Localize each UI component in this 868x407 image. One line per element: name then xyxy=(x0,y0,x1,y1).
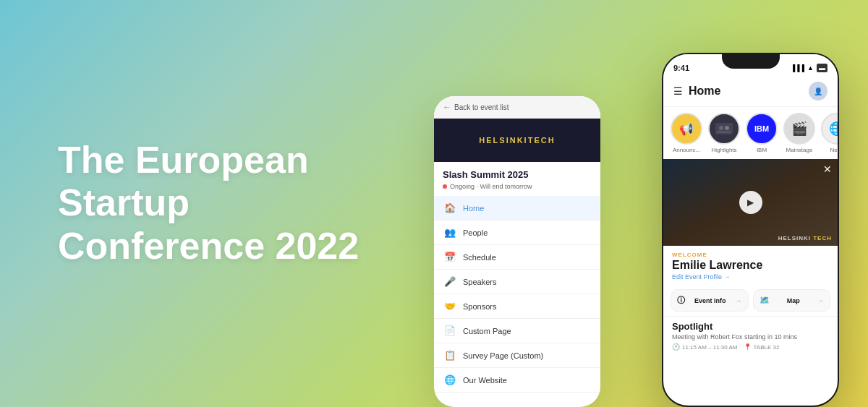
circle-item-mainstage[interactable]: 🎬 Mainstage xyxy=(783,113,815,153)
notch xyxy=(722,54,780,69)
menu-label-speakers: Speakers xyxy=(463,278,496,286)
spotlight-location: 📍 TABLE 32 xyxy=(744,343,780,351)
menu-item-schedule[interactable]: 📅 Schedule xyxy=(434,245,600,270)
spotlight-section: Spotlight Meeting with Robert Fox starti… xyxy=(663,316,838,354)
menu-item-custom-page[interactable]: 📄 Custom Page xyxy=(434,319,600,343)
phone-back-banner: HELSINKITECH xyxy=(434,119,600,162)
menu-item-people[interactable]: 👥 People xyxy=(434,220,600,245)
helsinki-logo: HELSINKITECH xyxy=(479,136,555,145)
menu-item-sponsors[interactable]: 🤝 Sponsors xyxy=(434,294,600,319)
welcome-section: WELCOME Emilie Lawrence Edit Event Profi… xyxy=(663,246,838,285)
edit-profile-link[interactable]: Edit Event Profile → xyxy=(672,273,829,280)
status-text: Ongoing · Will end tomorrow xyxy=(450,183,532,190)
menu-label-home: Home xyxy=(463,204,484,213)
spotlight-time: 🕐 11:15 AM – 11:30 AM xyxy=(672,343,738,351)
back-arrow-icon: ← xyxy=(443,102,451,112)
avatar[interactable]: 👤 xyxy=(809,82,827,100)
menu-item-survey[interactable]: 📋 Survey Page (Custom) xyxy=(434,343,600,368)
welcome-name: Emilie Lawrence xyxy=(672,258,829,272)
event-info-button[interactable]: ⓘ Event Info → xyxy=(671,289,749,312)
spotlight-title: Spotlight xyxy=(672,321,829,332)
status-time: 9:41 xyxy=(673,64,689,72)
phone-back-header: ← Back to event list xyxy=(434,96,600,119)
hero-section: The European Startup Conference 2022 xyxy=(58,139,405,268)
app-header: ☰ Home 👤 xyxy=(663,77,838,107)
menu-item-home[interactable]: 🏠 Home xyxy=(434,196,600,220)
circle-item-ibm[interactable]: IBM IBM xyxy=(746,113,778,153)
hamburger-icon[interactable]: ☰ xyxy=(673,85,683,97)
spotlight-meta: 🕐 11:15 AM – 11:30 AM 📍 TABLE 32 xyxy=(672,343,829,351)
header-left: ☰ Home xyxy=(673,85,720,98)
signal-icon: ▐▐▐ xyxy=(791,64,804,72)
circle-icon-highlights xyxy=(708,113,740,145)
svg-rect-3 xyxy=(717,131,731,133)
circle-label-network: Net... xyxy=(830,147,838,153)
svg-point-1 xyxy=(719,126,723,130)
circle-label-mainstage: Mainstage xyxy=(786,147,813,153)
map-button[interactable]: 🗺️ Map → xyxy=(753,289,831,312)
event-info-label: Event Info xyxy=(694,297,726,304)
home-icon: 🏠 xyxy=(444,202,456,213)
menu-label-custom-page: Custom Page xyxy=(463,327,511,335)
play-button[interactable]: ▶ xyxy=(739,191,762,214)
back-label: Back to event list xyxy=(454,103,509,111)
spotlight-location-text: TABLE 32 xyxy=(754,344,780,351)
highlights-photo-svg xyxy=(715,123,733,134)
menu-label-people: People xyxy=(463,228,488,237)
status-bar: 9:41 ▐▐▐ ▲ ▬ xyxy=(663,54,838,77)
circle-item-highlights[interactable]: Highlights xyxy=(708,113,740,153)
location-icon: 📍 xyxy=(744,343,752,351)
circle-item-announcements[interactable]: 📢 Announc... xyxy=(671,113,702,153)
phone-back: ← Back to event list HELSINKITECH Slash … xyxy=(434,96,600,407)
website-icon: 🌐 xyxy=(444,374,456,385)
close-button[interactable]: ✕ xyxy=(823,163,832,175)
quick-links: ⓘ Event Info → 🗺️ Map → xyxy=(663,285,838,316)
circle-icon-announcements: 📢 xyxy=(671,113,702,145)
home-screen-title: Home xyxy=(689,85,720,98)
logo-main: HELSINKI xyxy=(479,136,527,145)
people-icon: 👥 xyxy=(444,227,456,238)
speakers-icon: 🎤 xyxy=(444,276,456,287)
menu-label-schedule: Schedule xyxy=(463,253,496,262)
clock-icon: 🕐 xyxy=(672,343,680,351)
survey-icon: 📋 xyxy=(444,350,456,361)
welcome-label: WELCOME xyxy=(672,252,829,258)
phones-container: ← Back to event list HELSINKITECH Slash … xyxy=(434,14,839,407)
status-icons: ▐▐▐ ▲ ▬ xyxy=(791,64,827,72)
video-brand: HELSINKI TECH xyxy=(778,235,832,241)
phone-front: 9:41 ▐▐▐ ▲ ▬ ☰ Home 👤 📢 xyxy=(662,53,839,407)
edit-profile-text: Edit Event Profile → xyxy=(672,273,731,280)
battery-icon: ▬ xyxy=(817,64,827,72)
circle-label-announcements: Announc... xyxy=(673,147,700,153)
circle-label-ibm: IBM xyxy=(757,147,767,153)
svg-point-2 xyxy=(725,126,729,130)
circles-row: 📢 Announc... Highlights I xyxy=(663,107,838,159)
circle-icon-network: 🌐 xyxy=(821,113,838,145)
event-title: Slash Summit 2025 xyxy=(434,162,600,183)
menu-item-speakers[interactable]: 🎤 Speakers xyxy=(434,270,600,294)
map-label: Map xyxy=(787,297,800,304)
circle-label-highlights: Highlights xyxy=(711,147,736,153)
circle-icon-mainstage: 🎬 xyxy=(783,113,815,145)
video-thumbnail[interactable]: ▶ ✕ HELSINKI TECH xyxy=(663,159,838,246)
circle-icon-ibm: IBM xyxy=(746,113,778,145)
spotlight-description: Meeting with Robert Fox starting in 10 m… xyxy=(672,333,829,340)
event-status: Ongoing · Will end tomorrow xyxy=(434,183,600,196)
hero-title: The European Startup Conference 2022 xyxy=(58,139,405,268)
sponsors-icon: 🤝 xyxy=(444,301,456,312)
background: The European Startup Conference 2022 ← B… xyxy=(0,0,868,407)
menu-item-website[interactable]: 🌐 Our Website xyxy=(434,368,600,393)
custom-page-icon: 📄 xyxy=(444,325,456,336)
menu-label-sponsors: Sponsors xyxy=(463,302,496,311)
wifi-icon: ▲ xyxy=(807,64,814,72)
map-icon: 🗺️ xyxy=(760,296,770,305)
circle-item-network[interactable]: 🌐 Net... xyxy=(821,113,838,153)
logo-accent: TECH xyxy=(528,136,556,145)
video-brand-accent: TECH xyxy=(811,235,832,241)
spotlight-time-text: 11:15 AM – 11:30 AM xyxy=(682,344,738,351)
phone-back-menu: 🏠 Home 👥 People 📅 Schedule 🎤 Speakers 🤝 xyxy=(434,196,600,407)
status-dot-icon xyxy=(443,184,447,189)
menu-label-survey: Survey Page (Custom) xyxy=(463,351,543,360)
map-arrow: → xyxy=(817,297,824,304)
event-info-icon: ⓘ xyxy=(677,295,685,306)
